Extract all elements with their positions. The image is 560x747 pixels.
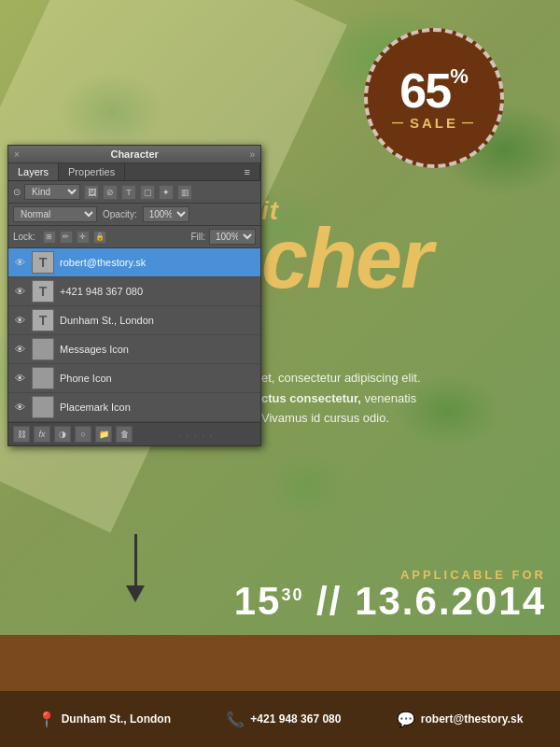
ps-fill-row: Fill: 100%: [190, 229, 256, 245]
layer-eye-4[interactable]: 👁: [13, 343, 26, 356]
layer-name-4: Messages Icon: [60, 344, 256, 355]
location-icon: 📍: [37, 711, 56, 728]
layer-item-3[interactable]: 👁 T Dunham St., London: [8, 306, 260, 335]
layer-thumb-3: T: [32, 309, 54, 331]
ps-opacity-label: Opacity:: [103, 209, 137, 219]
ps-btn-adjustment[interactable]: ◑: [54, 426, 71, 443]
ps-panel: × Character » Layers Properties ≡ ⊙ Kind…: [7, 145, 261, 446]
ps-fill-label: Fill:: [190, 232, 205, 242]
ps-btn-link[interactable]: ⛓: [13, 426, 30, 443]
applicable-separator: //: [303, 579, 355, 623]
desc-line1: et, consectetur adipiscing elit.: [261, 369, 546, 388]
layer-eye-6[interactable]: 👁: [13, 401, 26, 414]
ps-lock-move[interactable]: ✛: [77, 231, 90, 244]
contact-location-text: Dunham St., London: [62, 712, 171, 726]
sale-percent: %: [450, 66, 469, 87]
ps-panel-close-btn[interactable]: ×: [14, 149, 20, 160]
sale-label: SALE: [410, 115, 458, 131]
layer-item-1[interactable]: 👁 T robert@thestory.sk: [8, 248, 260, 277]
layer-name-6: Placemark Icon: [60, 402, 256, 413]
layer-item-2[interactable]: 👁 T +421 948 367 080: [8, 277, 260, 306]
sale-label-row: — SALE —: [392, 115, 476, 131]
content-layer: 65 % — SALE — it cher et, consectetur ad…: [0, 0, 560, 747]
sale-dash-right: —: [462, 116, 476, 129]
applicable-time: 1530 // 13.6.2014: [234, 582, 546, 621]
layer-name-2: +421 948 367 080: [60, 286, 256, 297]
contact-email: 💬 robert@thestory.sk: [397, 711, 524, 728]
ps-bottom-toolbar: ⛓ fx ◑ ○ 📁 🗑 · · · · ·: [8, 422, 260, 445]
applicable-hour: 15: [234, 579, 282, 623]
ps-panel-expand-btn[interactable]: »: [249, 149, 255, 160]
main-title-area: it cher: [261, 196, 551, 297]
main-heading: cher: [261, 221, 551, 297]
ps-kind-toolbar: ⊙ Kind 🖼 ⊘ T ▢ ✦ ▥: [8, 181, 260, 204]
ps-tabs: Layers Properties ≡: [8, 163, 260, 181]
contact-phone-text: +421 948 367 080: [250, 712, 341, 726]
contact-bar: 📍 Dunham St., London 📞 +421 948 367 080 …: [0, 691, 560, 747]
ps-icon-image[interactable]: 🖼: [84, 185, 99, 200]
ps-icon-smart[interactable]: ✦: [159, 185, 174, 200]
ps-kind-select[interactable]: Kind: [24, 184, 80, 200]
ps-lock-row: Lock: ⊞ ✏ ✛ 🔒 Fill: 100%: [8, 226, 260, 248]
ps-btn-fx[interactable]: fx: [34, 426, 50, 443]
contact-location: 📍 Dunham St., London: [37, 711, 171, 728]
ps-icon-type[interactable]: T: [121, 185, 136, 200]
sale-number: 65: [399, 66, 450, 115]
layer-eye-1[interactable]: 👁: [13, 256, 26, 269]
layer-thumb-6: [32, 396, 54, 418]
ps-fill-select[interactable]: 100%: [209, 229, 256, 245]
ps-lock-icons: ⊞ ✏ ✛ 🔒: [43, 231, 106, 244]
layer-name-5: Phone Icon: [60, 373, 256, 384]
desc-line3: Vivamus id cursus odio.: [261, 409, 546, 428]
ps-resize-handle: · · · · ·: [178, 431, 214, 440]
applicable-minutes: 30: [281, 585, 303, 604]
sale-dash-left: —: [392, 116, 406, 129]
contact-email-text: robert@thestory.sk: [421, 712, 524, 726]
ps-kind-label: ⊙: [13, 187, 21, 197]
desc-line2-normal: venenatis: [365, 391, 417, 405]
ps-lock-checkerboard[interactable]: ⊞: [43, 231, 56, 244]
description-text: et, consectetur adipiscing elit. ctus co…: [261, 369, 546, 430]
layer-eye-2[interactable]: 👁: [13, 285, 26, 298]
ps-panel-title: Character: [110, 148, 158, 160]
layer-thumb-1: T: [32, 251, 54, 274]
email-icon: 💬: [397, 711, 415, 728]
ps-icon-pixel[interactable]: ▥: [177, 185, 192, 200]
layer-item-4[interactable]: 👁 Messages Icon: [8, 335, 260, 364]
tab-properties[interactable]: Properties: [59, 163, 125, 180]
tab-menu-icon[interactable]: ≡: [235, 163, 260, 180]
layer-item-6[interactable]: 👁 Placemark Icon: [8, 393, 260, 422]
layer-eye-3[interactable]: 👁: [13, 314, 26, 327]
arrow-down: [126, 534, 145, 602]
ps-lock-brush[interactable]: ✏: [60, 231, 73, 244]
layer-thumb-2: T: [32, 280, 54, 303]
ps-btn-trash[interactable]: 🗑: [116, 426, 133, 443]
ps-lock-label: Lock:: [13, 232, 35, 242]
tab-layers[interactable]: Layers: [8, 163, 59, 180]
ps-panel-titlebar: × Character »: [8, 146, 260, 163]
layer-thumb-5: [32, 367, 54, 389]
desc-line2-bold: ctus consectetur,: [261, 391, 361, 405]
ps-lock-all[interactable]: 🔒: [93, 231, 106, 244]
ps-blend-select[interactable]: Normal: [13, 206, 97, 222]
layer-item-5[interactable]: 👁 Phone Icon: [8, 364, 260, 393]
desc-line2: ctus consectetur, venenatis: [261, 389, 546, 408]
applicable-date: 13.6.2014: [355, 579, 546, 623]
ps-blend-row: Normal Opacity: 100%: [8, 204, 260, 226]
layer-name-3: Dunham St., London: [60, 315, 256, 326]
ps-layers-wrapper: 👁 T robert@thestory.sk 👁 T +421 948 367 …: [8, 248, 260, 422]
ps-btn-mask[interactable]: ○: [75, 426, 91, 443]
applicable-section: APPLICABLE FOR 1530 // 13.6.2014: [234, 568, 546, 621]
ps-opacity-select[interactable]: 100%: [143, 206, 189, 222]
layer-name-1: robert@thestory.sk: [60, 257, 256, 268]
layer-eye-5[interactable]: 👁: [13, 372, 26, 385]
ps-btn-group[interactable]: 📁: [95, 426, 112, 443]
ps-icon-shape[interactable]: ▢: [140, 185, 155, 200]
layer-thumb-4: [32, 338, 54, 360]
contact-phone: 📞 +421 948 367 080: [226, 711, 341, 728]
sale-badge: 65 % — SALE —: [364, 28, 504, 168]
ps-icon-adjust[interactable]: ⊘: [103, 185, 118, 200]
arrow-head: [126, 585, 145, 602]
arrow-line: [134, 534, 137, 585]
ps-layers-list: 👁 T robert@thestory.sk 👁 T +421 948 367 …: [8, 248, 260, 422]
